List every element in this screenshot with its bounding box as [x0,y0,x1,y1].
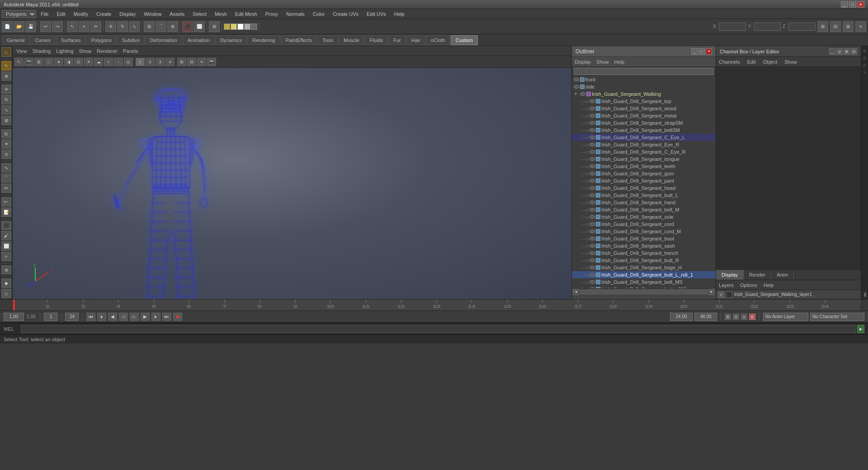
menu-proxy[interactable]: Proxy [262,10,282,18]
vp-res-btn[interactable]: ⊞ [177,58,186,66]
render-region-tool[interactable]: ⬛ [1,221,11,230]
anim-layer-field[interactable] [763,313,808,321]
menu-help[interactable]: Help [391,10,408,18]
color-swatch-1[interactable] [224,24,230,30]
breakdown-tool[interactable]: ◇ [1,289,11,298]
tree-item-strapsm[interactable]: —o Irish_Guard_Drill_Sergeant_strapSM [572,119,716,127]
current-frame-field[interactable] [4,313,24,321]
color-swatch-5[interactable] [251,24,257,30]
vp-mode-1[interactable]: 1 [136,58,145,66]
tree-item-trench[interactable]: —o Irish_Guard_Drill_Sergeant_trench [572,249,716,257]
tab-custom[interactable]: Custom [451,35,478,45]
minimize-button[interactable]: _ [841,1,848,8]
outliner-tree[interactable]: front side ▼ Irish_Guard_Sergeant_Walkin… [572,76,716,288]
range-start-field[interactable] [670,313,693,321]
cb-object-menu[interactable]: Object [763,59,777,65]
step-back-btn[interactable]: ⏴ [97,313,106,321]
outliner-search-input[interactable] [574,68,714,75]
cloth-tool[interactable]: ≈ [1,252,11,261]
tree-item-butt-l[interactable]: —o Irish_Guard_Drill_Sergeant_butt_L [572,192,716,199]
paint-select-button[interactable]: ✏ [90,21,101,32]
tree-item-sole[interactable]: —o Irish_Guard_Drill_Sergeant_sole [572,213,716,221]
cb-tab-display[interactable]: Display [716,270,744,280]
vp-camera-btn[interactable]: 📷 [24,58,33,66]
mel-execute-btn[interactable]: ▶ [857,325,864,333]
vp-mode-4[interactable]: 4 [165,58,175,66]
menu-window[interactable]: Window [140,10,165,18]
vp-smooth-btn[interactable]: ● [54,58,63,66]
tab-curves[interactable]: Curves [30,35,56,45]
transport-icon-2[interactable]: ⊟ [733,314,739,320]
pencil-tool[interactable]: ✏ [1,183,11,193]
cb-minimize[interactable]: _ [829,48,835,55]
outliner-display-menu[interactable]: Display [575,59,591,65]
view-menu[interactable]: View [16,48,27,54]
toolbar-icon-3[interactable]: ⊞ [843,21,854,32]
universal-tool[interactable]: ⊞ [1,116,11,125]
tree-item-cord-m[interactable]: —o Irish_Guard_Drill_Sergeant_cord_M [572,228,716,235]
vp-xray-btn[interactable]: ✧ [104,58,113,66]
tab-general[interactable]: General [2,35,29,45]
go-to-start-btn[interactable]: ⏮ [86,313,95,321]
tree-item-wood[interactable]: —o Irish_Guard_Drill_Sergeant_wood [572,105,716,112]
xgen-tool[interactable]: ⊛ [1,265,11,275]
tree-item-belt-m[interactable]: —o Irish_Guard_Drill_Sergeant_belt_M [572,206,716,213]
mode-selector[interactable]: Polygons [2,10,36,18]
vp-shadows-btn[interactable]: ☁ [94,58,103,66]
set-key-tool[interactable]: ◆ [1,278,11,288]
tab-dynamics[interactable]: Dynamics [215,35,247,45]
show-menu[interactable]: Show [79,48,92,54]
tree-item-cord[interactable]: —o Irish_Guard_Drill_Sergeant_cord [572,221,716,228]
tree-item-tongue[interactable]: —o Irish_Guard_Drill_Sergeant_tongue [572,155,716,163]
tree-item-head[interactable]: —o Irish_Guard_Drill_Sergeant_head [572,184,716,192]
mel-input[interactable] [21,325,856,333]
play-back-btn[interactable]: ◁ [119,313,128,321]
vp-snapshot-btn[interactable]: 📷 [207,58,216,66]
range-end-field[interactable] [694,313,717,321]
rs-icon-3[interactable]: ◎ [862,62,868,68]
paint-tool[interactable]: 🖌 [1,231,11,240]
outliner-show-menu[interactable]: Show [596,59,609,65]
vp-gate-btn[interactable]: ⊟ [187,58,196,66]
vp-hud-btn[interactable]: ≡ [197,58,206,66]
tree-item-side[interactable]: side [572,83,716,90]
tab-fluids[interactable]: Fluids [365,35,388,45]
outliner-close[interactable]: ✕ [706,48,712,55]
snap-point-button[interactable]: ⊕ [167,21,178,32]
vp-normals-btn[interactable]: ↑ [114,58,123,66]
cb-channels-menu[interactable]: Channels [719,59,740,65]
select-button[interactable]: ↖ [67,21,78,32]
play-fwd-btn[interactable]: ▷ [130,313,139,321]
cb-edit-menu[interactable]: Edit [747,59,755,65]
color-swatch-2[interactable] [231,24,237,30]
undo-button[interactable]: ↩ [40,21,51,32]
viewport[interactable]: View Shading Lighting Show Renderer Pane… [13,46,571,299]
frame-number-field[interactable] [44,313,57,321]
cb-icon-3[interactable]: ⊟ [851,48,857,55]
toolbar-icon-1[interactable]: ⊞ [817,21,828,32]
menu-edit-mesh[interactable]: Edit Mesh [231,10,261,18]
new-scene-button[interactable]: 📄 [2,21,13,32]
rs-icon-2[interactable]: ⊟ [862,55,868,61]
layer-color-swatch[interactable] [726,291,732,298]
record-btn[interactable]: ⏺ [173,313,182,321]
rs-icon-1[interactable]: ⊞ [862,47,868,54]
tree-item-butt-l-ndi-1[interactable]: —o Irish_Guard_Drill_Sergeant_butt_L_ndi… [572,271,716,278]
menu-mesh[interactable]: Mesh [211,10,231,18]
outliner-minimize[interactable]: _ [691,48,698,55]
tree-item-front[interactable]: front [572,76,716,83]
home-button[interactable]: ⌂ [1,47,11,57]
y-field[interactable] [754,23,781,31]
ipr-button[interactable]: ⬜ [194,21,205,32]
transport-icon-3[interactable]: ◎ [741,314,747,320]
snap-curve-button[interactable]: ⌒ [156,21,166,32]
x-field[interactable] [719,23,746,31]
move-tool[interactable]: ✛ [1,85,11,94]
timeline-area[interactable]: 1 2 3 4 5 6 7 8 9 10 11 12 13 14 15 16 1… [0,299,868,311]
scroll-right-arrow[interactable]: ► [708,289,715,295]
tab-surfaces[interactable]: Surfaces [56,35,85,45]
outliner-scrollbar-horizontal[interactable]: ◄ ► [572,288,716,295]
tree-item-pant[interactable]: —o Irish_Guard_Drill_Sergeant_pant [572,177,716,184]
toolbar-icon-4[interactable]: ≡ [855,21,866,32]
color-swatch-4[interactable] [244,24,250,30]
